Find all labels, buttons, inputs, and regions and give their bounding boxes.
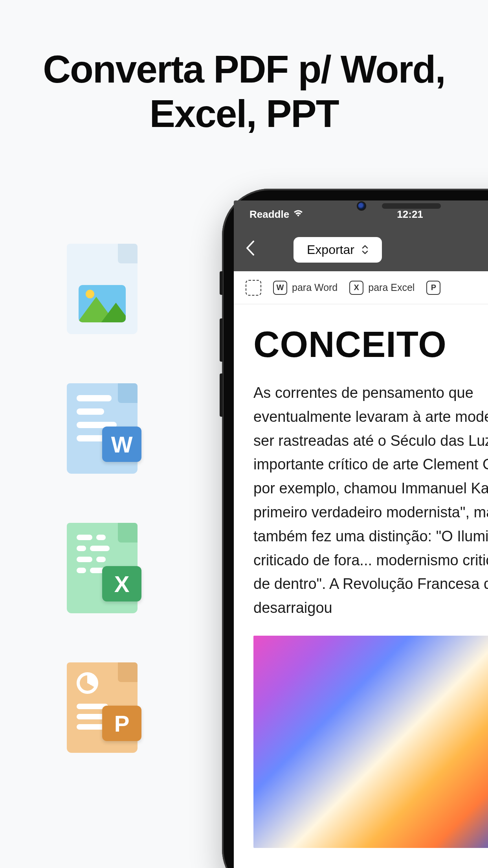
powerpoint-file-icon: P: [67, 662, 138, 753]
selection-tool-icon[interactable]: [246, 280, 261, 296]
image-file-icon: [67, 244, 138, 334]
export-label: Exportar: [307, 243, 354, 257]
speaker-grille: [382, 203, 441, 209]
document-image: [253, 636, 488, 848]
word-badge-icon: W: [273, 281, 287, 295]
export-excel-button[interactable]: X para Excel: [349, 281, 415, 295]
ppt-badge-icon: P: [426, 281, 440, 295]
excel-badge-icon: X: [349, 281, 363, 295]
carrier-label: Readdle: [250, 208, 289, 221]
wifi-icon: [293, 209, 303, 220]
export-dropdown[interactable]: Exportar: [294, 237, 382, 263]
nav-bar: Exportar: [234, 228, 488, 271]
document-preview: CONCEITO As correntes de pensamento que …: [234, 304, 488, 848]
export-word-button[interactable]: W para Word: [273, 281, 338, 295]
back-button[interactable]: [246, 240, 254, 259]
excel-file-icon: X: [67, 523, 138, 613]
document-title: CONCEITO: [253, 324, 488, 365]
export-excel-label: para Excel: [368, 282, 415, 293]
document-body: As correntes de pensamento que eventualm…: [253, 381, 488, 620]
export-toolbar: W para Word X para Excel P: [234, 271, 488, 304]
word-file-icon: W: [67, 383, 138, 474]
camera-icon: [357, 201, 366, 211]
phone-mockup: Readdle 12:21 Exportar W: [222, 189, 488, 868]
file-type-icons: W X P: [67, 244, 138, 753]
marketing-headline: Converta PDF p/ Word, Excel, PPT: [0, 47, 488, 136]
chevron-up-down-icon: [361, 245, 369, 255]
export-word-label: para Word: [292, 282, 338, 293]
phone-notch: [357, 201, 441, 211]
export-ppt-button[interactable]: P: [426, 281, 440, 295]
